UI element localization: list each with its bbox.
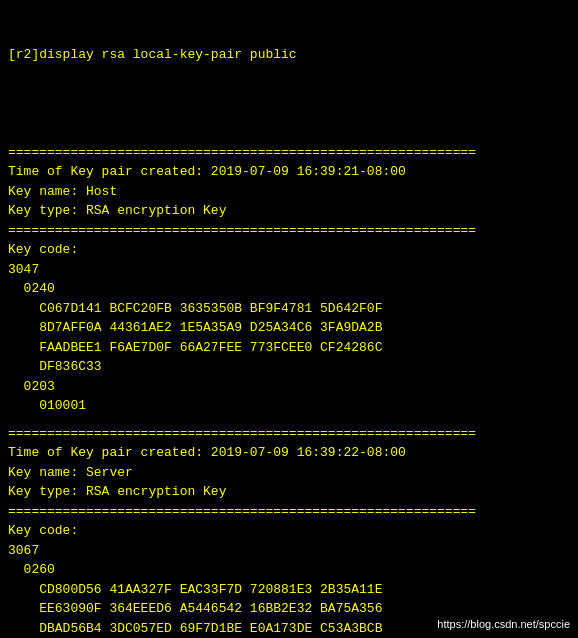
key-code-line: 3067 bbox=[8, 543, 39, 558]
key-code-line: FAADBEE1 F6AE7D0F 66A27FEE 773FCEE0 CF24… bbox=[8, 340, 382, 355]
key-name-line: Key name: Host bbox=[8, 184, 117, 199]
separator: ========================================… bbox=[8, 504, 476, 519]
time-line: Time of Key pair created: 2019-07-09 16:… bbox=[8, 164, 406, 179]
watermark: https://blog.csdn.net/spccie bbox=[437, 618, 570, 630]
key-code-line: C067D141 BCFC20FB 3635350B BF9F4781 5D64… bbox=[8, 301, 382, 316]
terminal-output: [r2]display rsa local-key-pair public bbox=[8, 6, 570, 143]
key-code-line: 0260 bbox=[8, 562, 55, 577]
key-code-line: 8D7AFF0A 44361AE2 1E5A35A9 D25A34C6 3FA9… bbox=[8, 320, 382, 335]
key-code-line: 0240 bbox=[8, 281, 55, 296]
separator: ========================================… bbox=[8, 426, 476, 441]
key-type-line: Key type: RSA encryption Key bbox=[8, 484, 226, 499]
key-code-line: CD800D56 41AA327F EAC33F7D 720881E3 2B35… bbox=[8, 582, 382, 597]
time-line: Time of Key pair created: 2019-07-09 16:… bbox=[8, 445, 406, 460]
key-code-line: 010001 bbox=[8, 398, 86, 413]
key-type-line: Key type: RSA encryption Key bbox=[8, 203, 226, 218]
key-code-line: EE63090F 364EEED6 A5446542 16BB2E32 BA75… bbox=[8, 601, 382, 616]
key-code-line: DBAD56B4 3DC057ED 69F7D1BE E0A173DE C53A… bbox=[8, 621, 382, 636]
key-code-label: Key code: bbox=[8, 523, 78, 538]
prompt-line: [r2]display rsa local-key-pair public bbox=[8, 45, 570, 65]
key-code-line: 3047 bbox=[8, 262, 39, 277]
key-block-0: ========================================… bbox=[8, 143, 570, 416]
key-code-label: Key code: bbox=[8, 242, 78, 257]
blocks-container: ========================================… bbox=[8, 143, 570, 639]
key-block-1: ========================================… bbox=[8, 424, 570, 639]
separator: ========================================… bbox=[8, 145, 476, 160]
key-code-line: DF836C33 bbox=[8, 359, 102, 374]
key-name-line: Key name: Server bbox=[8, 465, 133, 480]
separator: ========================================… bbox=[8, 223, 476, 238]
spacer bbox=[8, 416, 570, 424]
key-code-line: 0203 bbox=[8, 379, 55, 394]
